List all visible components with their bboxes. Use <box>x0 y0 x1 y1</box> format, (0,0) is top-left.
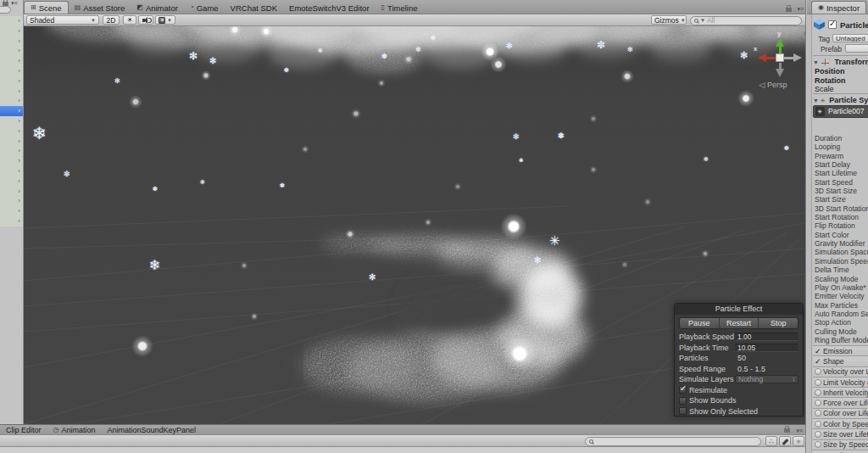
property-duration[interactable]: Duration <box>813 134 868 143</box>
module-checkbox[interactable] <box>815 421 821 428</box>
property-start-delay[interactable]: Start Delay <box>813 160 868 169</box>
axis-center-cube[interactable] <box>776 53 784 62</box>
transform-row-rotation[interactable]: Rotation <box>813 76 868 85</box>
perspective-toggle[interactable]: ◁ Persp <box>741 81 805 89</box>
foldout-chevron-icon[interactable]: › <box>18 127 20 135</box>
tab-clip-editor[interactable]: Clip Editor <box>0 424 47 435</box>
list-item[interactable]: › <box>0 156 23 166</box>
property-stop-action[interactable]: Stop Action <box>813 318 868 327</box>
list-item[interactable]: › <box>0 96 23 106</box>
tab-game[interactable]: ◔Game <box>184 2 225 14</box>
module-checkbox[interactable] <box>815 441 821 448</box>
animation-search-input[interactable] <box>585 437 761 446</box>
scene-search-input[interactable]: ▼ All <box>690 16 802 25</box>
tag-dropdown[interactable]: Untagged <box>832 34 868 42</box>
module-checkbox[interactable] <box>815 368 821 375</box>
list-item[interactable]: › <box>0 206 23 216</box>
lock-icon[interactable] <box>786 8 792 12</box>
property-3d-start-size[interactable]: 3D Start Size <box>813 187 868 195</box>
property-gravity-modifier[interactable]: Gravity Modifier <box>813 239 868 248</box>
tab-asset-store[interactable]: ▤Asset Store <box>69 2 131 14</box>
list-item[interactable]: › <box>0 56 23 66</box>
property-play-on-awake-[interactable]: Play On Awake* <box>813 283 868 292</box>
property-start-rotation[interactable]: Start Rotation <box>813 213 868 221</box>
scene-lighting-toggle[interactable]: ☀ <box>123 15 136 25</box>
gizmos-dropdown[interactable]: Gizmos▼ <box>651 15 687 25</box>
transform-row-scale[interactable]: Scale <box>813 85 868 93</box>
list-item[interactable]: › <box>0 196 23 206</box>
list-item[interactable]: › <box>0 187 23 197</box>
foldout-chevron-icon[interactable]: › <box>18 197 20 204</box>
property-start-speed[interactable]: Start Speed <box>813 178 868 187</box>
favorite-button[interactable]: ★ <box>793 436 804 446</box>
list-item[interactable]: › <box>0 137 23 147</box>
foldout-chevron-icon[interactable]: › <box>18 27 20 35</box>
property-max-particles[interactable]: Max Particles <box>813 301 868 310</box>
module-checkbox[interactable] <box>815 389 821 396</box>
module-size-over-lifetime[interactable]: Size over Lifetime <box>813 428 868 439</box>
panel-menu-icon[interactable]: ▾≡ <box>797 6 804 13</box>
search-input[interactable] <box>0 6 11 14</box>
pause-button[interactable]: Pause <box>680 318 720 328</box>
property-flip-rotation[interactable]: Flip Rotation <box>813 221 868 230</box>
list-item[interactable]: › <box>0 26 23 36</box>
foldout-chevron-icon[interactable]: › <box>18 67 20 75</box>
property-delta-time[interactable]: Delta Time <box>813 266 868 274</box>
list-item[interactable]: › <box>0 46 23 56</box>
property-looping[interactable]: Looping <box>813 143 868 151</box>
module-checkbox[interactable] <box>815 400 821 406</box>
module-checkbox[interactable] <box>815 379 821 386</box>
simulate-layers-dropdown[interactable]: Nothing↕ <box>735 375 798 383</box>
prefab-button[interactable] <box>845 44 868 53</box>
property-prewarm[interactable]: Prewarm <box>813 152 868 160</box>
property-emitter-velocity[interactable]: Emitter Velocity <box>813 292 868 300</box>
list-item[interactable]: › <box>0 76 23 87</box>
scene-viewport[interactable]: ❄✻✻✽✻✻✼✻✻✻✽✻✽❄✻✻✳✻✽✻✽✽✽✻✽✻ y x ◁ Persp P… <box>24 26 805 424</box>
foldout-chevron-icon[interactable]: › <box>18 147 20 154</box>
tab-vrchat-sdk[interactable]: VRChat SDK <box>225 2 283 14</box>
module-size-by-speed[interactable]: Size by Speed <box>813 439 868 450</box>
2d-toggle[interactable]: 2D <box>103 15 120 25</box>
tab-timeline[interactable]: ▯Timeline <box>376 2 424 14</box>
tab-inspector[interactable]: ◉ Inspector <box>811 1 866 14</box>
list-item[interactable]: › <box>0 176 23 187</box>
tab-scene[interactable]: ⊞Scene <box>24 1 69 14</box>
inspector-scrollbar[interactable] <box>807 14 812 453</box>
property-auto-random-seed[interactable]: Auto Random Seed <box>813 310 868 318</box>
module-rotation-over-lifetime[interactable]: ✓Rotation over Lifetime <box>813 450 868 453</box>
list-item[interactable]: › <box>0 216 23 226</box>
foldout-chevron-icon[interactable]: › <box>18 107 20 115</box>
list-item[interactable]: › <box>0 106 23 116</box>
foldout-chevron-icon[interactable]: › <box>18 117 20 125</box>
module-inherit-velocity[interactable]: Inherit Velocity <box>813 387 868 397</box>
gameobject-name-field[interactable]: Particle007 <box>840 20 868 30</box>
keys-button[interactable]: ∴ <box>765 436 777 446</box>
foldout-chevron-icon[interactable]: › <box>18 177 20 185</box>
show-bounds-checkbox[interactable] <box>679 397 687 405</box>
list-item[interactable]: › <box>0 16 23 26</box>
foldout-chevron-icon[interactable]: › <box>18 137 20 145</box>
list-item[interactable]: › <box>0 66 23 76</box>
module-color-by-speed[interactable]: Color by Speed <box>813 418 868 428</box>
foldout-chevron-icon[interactable]: › <box>18 217 20 225</box>
particle-module-header[interactable]: ✳ Particle007 <box>813 105 868 118</box>
list-item[interactable]: › <box>0 146 23 156</box>
property-start-size[interactable]: Start Size <box>813 195 868 204</box>
list-item[interactable]: › <box>0 166 23 176</box>
tab-emoteswitchv3-editor[interactable]: EmoteSwitchV3 Editor <box>283 2 376 14</box>
module-limit-velocity-over-lifetime[interactable]: Limit Velocity over Lifetime <box>813 377 868 387</box>
foldout-chevron-icon[interactable]: › <box>18 77 20 85</box>
resimulate-checkbox[interactable]: ✓ <box>679 386 687 394</box>
list-item[interactable]: › <box>0 36 23 47</box>
axis-z-cone[interactable] <box>793 53 802 62</box>
foldout-chevron-icon[interactable]: › <box>18 97 20 104</box>
foldout-chevron-icon[interactable]: › <box>18 187 20 195</box>
list-item[interactable]: › <box>0 87 23 97</box>
tab-animation[interactable]: ◷Animation <box>47 424 102 435</box>
tab-animator[interactable]: ◩Animator <box>131 2 184 14</box>
foldout-chevron-icon[interactable]: › <box>18 157 20 165</box>
module-force-over-lifetime[interactable]: Force over Lifetime <box>813 397 868 407</box>
stop-button[interactable]: Stop <box>759 318 798 328</box>
foldout-chevron-icon[interactable]: › <box>18 17 20 25</box>
show-only-selected-checkbox[interactable] <box>679 407 687 415</box>
